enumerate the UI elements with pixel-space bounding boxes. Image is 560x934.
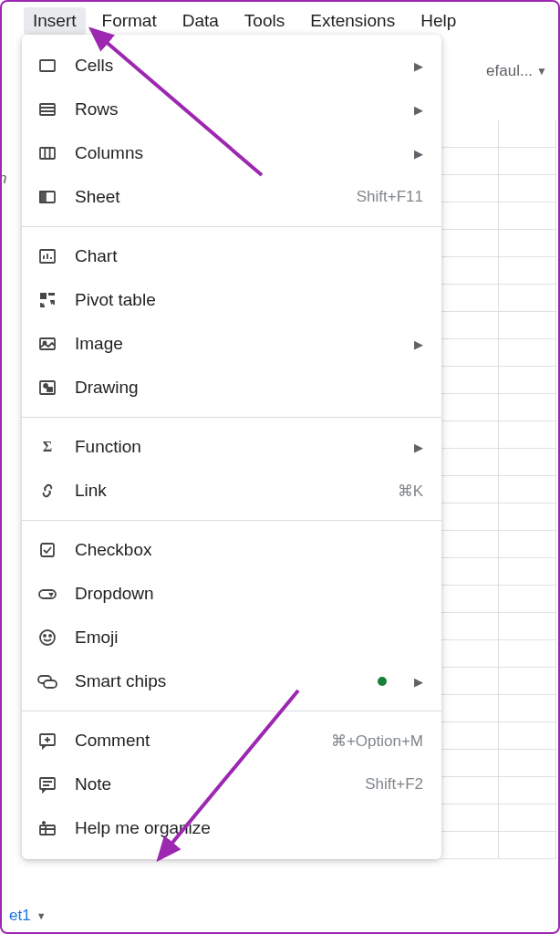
menu-item-pivot-table[interactable]: Pivot table <box>22 278 441 322</box>
svg-rect-21 <box>41 544 54 556</box>
menu-item-dropdown[interactable]: Dropdown <box>22 572 441 616</box>
new-badge-dot <box>378 677 387 686</box>
divider <box>22 417 441 418</box>
image-icon <box>36 333 58 355</box>
chevron-right-icon: ▶ <box>414 337 423 351</box>
svg-rect-1 <box>40 104 55 115</box>
divider <box>22 226 441 227</box>
pivot-icon <box>36 289 58 311</box>
divider <box>22 520 441 521</box>
menu-item-chart[interactable]: Chart <box>22 234 441 278</box>
organize-icon <box>36 817 58 839</box>
chevron-right-icon: ▶ <box>414 675 423 689</box>
chart-icon <box>36 245 58 267</box>
menu-item-emoji[interactable]: Emoji <box>22 616 441 659</box>
shortcut-label: ⌘K <box>398 482 423 501</box>
svg-rect-0 <box>40 60 55 71</box>
chevron-right-icon: ▶ <box>414 59 423 73</box>
svg-rect-19 <box>47 388 52 391</box>
font-selector[interactable]: efaul... ▼ <box>486 62 547 80</box>
menu-tools[interactable]: Tools <box>235 7 294 35</box>
emoji-icon <box>36 627 58 649</box>
menu-item-cells[interactable]: Cells ▶ <box>22 44 441 88</box>
insert-dropdown-menu: Cells ▶ Rows ▶ Columns ▶ Sheet Shift+F11… <box>22 35 441 859</box>
comment-icon <box>36 730 58 752</box>
menu-item-help-me-organize[interactable]: Help me organize <box>22 806 441 850</box>
menu-format[interactable]: Format <box>93 7 166 35</box>
menu-item-smart-chips[interactable]: Smart chips ▶ <box>22 659 441 703</box>
function-icon: Σ <box>36 436 58 458</box>
chevron-down-icon: ▼ <box>536 65 547 78</box>
row-label-partial: n <box>0 170 6 188</box>
svg-rect-4 <box>40 148 55 159</box>
menu-data[interactable]: Data <box>173 7 228 35</box>
menu-item-note[interactable]: Note Shift+F2 <box>22 763 441 806</box>
sheet-tab-label: et1 <box>9 907 31 925</box>
cells-icon <box>36 55 58 77</box>
menu-item-sheet[interactable]: Sheet Shift+F11 <box>22 175 441 219</box>
dropdown-icon <box>36 583 58 605</box>
menu-item-checkbox[interactable]: Checkbox <box>22 528 441 572</box>
columns-icon <box>36 142 58 164</box>
chevron-right-icon: ▶ <box>414 103 423 117</box>
shortcut-label: ⌘+Option+M <box>331 732 423 751</box>
svg-rect-8 <box>40 192 46 202</box>
svg-rect-22 <box>39 590 56 598</box>
sheet-tab[interactable]: et1 ▼ <box>2 903 54 929</box>
rows-icon <box>36 99 58 120</box>
svg-point-23 <box>40 630 55 645</box>
spreadsheet-grid[interactable] <box>441 120 556 905</box>
menu-item-comment[interactable]: Comment ⌘+Option+M <box>22 719 441 763</box>
menu-item-rows[interactable]: Rows ▶ <box>22 88 441 131</box>
menu-extensions[interactable]: Extensions <box>301 7 404 35</box>
svg-point-24 <box>44 635 46 637</box>
svg-rect-34 <box>40 825 55 835</box>
menu-item-link[interactable]: Link ⌘K <box>22 469 441 513</box>
svg-rect-13 <box>40 293 47 299</box>
chevron-right-icon: ▶ <box>414 441 423 454</box>
menu-insert[interactable]: Insert <box>24 7 86 35</box>
note-icon <box>36 773 58 795</box>
drawing-icon <box>36 377 58 399</box>
shortcut-label: Shift+F2 <box>365 775 423 794</box>
checkbox-icon <box>36 539 58 561</box>
menu-item-columns[interactable]: Columns ▶ <box>22 131 441 175</box>
divider <box>22 711 441 711</box>
font-name-truncated: efaul... <box>486 62 533 80</box>
svg-text:Σ: Σ <box>43 439 52 454</box>
svg-rect-27 <box>44 680 57 688</box>
shortcut-label: Shift+F11 <box>357 188 423 206</box>
chevron-down-icon: ▼ <box>36 910 47 921</box>
menu-help[interactable]: Help <box>411 7 465 35</box>
sheet-icon <box>36 186 58 208</box>
menu-item-image[interactable]: Image ▶ <box>22 322 441 366</box>
link-icon <box>36 480 58 502</box>
svg-rect-31 <box>40 778 55 789</box>
smartchips-icon <box>36 670 58 692</box>
svg-point-25 <box>49 635 51 637</box>
menu-item-function[interactable]: Σ Function ▶ <box>22 425 441 469</box>
menu-item-drawing[interactable]: Drawing <box>22 366 441 410</box>
svg-rect-14 <box>48 293 55 296</box>
chevron-right-icon: ▶ <box>414 147 423 161</box>
